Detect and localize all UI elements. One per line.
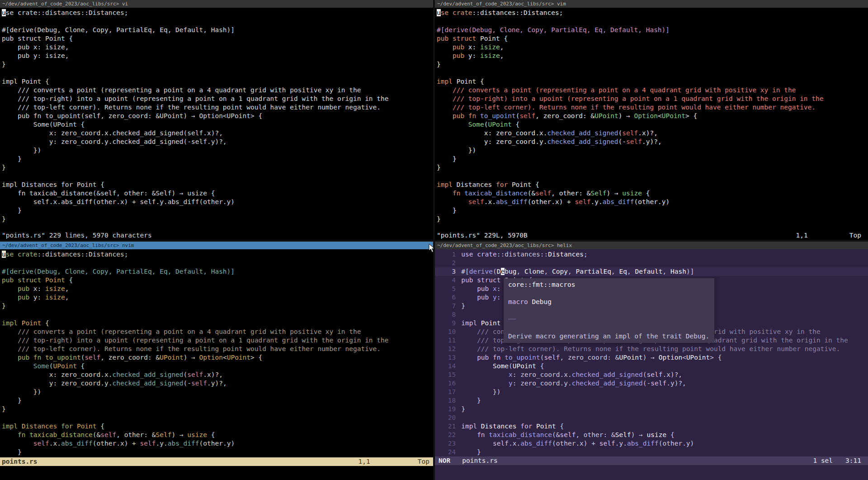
code-line[interactable]: 1use crate::distances::Distances; (435, 250, 868, 259)
code-line[interactable]: fn taxicab_distance(&self, other: &Self)… (437, 189, 868, 198)
code-line[interactable]: /// top-right) into a upoint (representi… (437, 95, 868, 103)
code-line[interactable]: } (2, 215, 433, 223)
code-line[interactable]: /// top-left corner). Returns none if th… (2, 345, 433, 353)
code-line[interactable]: #[derive(Debug, Clone, Copy, PartialEq, … (2, 267, 433, 276)
code-line[interactable]: x: zero_coord.x.checked_add_signed(self.… (437, 129, 868, 138)
code-line[interactable]: impl Distances for Point { (437, 181, 868, 189)
pane-vim-titlebar[interactable]: ~/dev/advent_of_code_2023/aoc_libs/src> … (435, 0, 868, 8)
code-line[interactable]: pub struct Point { (2, 34, 433, 43)
pane-helix-titlebar[interactable]: ~/dev/advent_of_code_2023/aoc_libs/src> … (435, 242, 868, 249)
code-line[interactable]: pub x: isize, (437, 43, 868, 52)
code-line[interactable]: pub y: isize, (437, 52, 868, 60)
code-line[interactable]: 18 } (435, 396, 868, 405)
code-line[interactable]: use crate::distances::Distances; (2, 9, 433, 17)
code-line[interactable]: impl Distances for Point { (2, 422, 433, 431)
code-line[interactable]: 13 pub fn to_upoint(self, zero_coord: &U… (435, 353, 868, 362)
code-line[interactable]: /// converts a point (representing a poi… (2, 86, 433, 95)
code-line[interactable]: 14 Some(UPoint { (435, 362, 868, 371)
pane-nvim[interactable]: ~/dev/advent_of_code_2023/aoc_libs/src> … (0, 242, 433, 480)
code-line[interactable]: pub fn to_upoint(self, zero_coord: &UPoi… (2, 112, 433, 120)
code-line[interactable]: /// converts a point (representing a poi… (437, 86, 868, 95)
code-line[interactable]: pub x: isize, (2, 285, 433, 293)
code-line[interactable]: impl Point { (2, 77, 433, 86)
code-line[interactable] (2, 310, 433, 319)
code-line[interactable] (2, 172, 433, 181)
code-line[interactable]: }) (437, 146, 868, 155)
code-line[interactable] (437, 69, 868, 77)
code-line[interactable] (2, 17, 433, 26)
code-line[interactable]: #[derive(Debug, Clone, Copy, PartialEq, … (2, 26, 433, 34)
code-line[interactable]: pub struct Point { (2, 276, 433, 285)
code-line[interactable]: 17 }) (435, 388, 868, 396)
code-line[interactable]: pub struct Point { (437, 34, 868, 43)
code-line[interactable]: } (2, 163, 433, 172)
vim-editor-area[interactable]: use crate::distances::Distances;#[derive… (435, 8, 868, 223)
code-line[interactable]: self.x.abs_diff(other.x) + self.y.abs_di… (437, 198, 868, 206)
code-line[interactable]: 19} (435, 405, 868, 413)
code-line[interactable]: } (437, 60, 868, 69)
helix-command-line[interactable] (435, 465, 868, 474)
code-line[interactable]: 15 x: zero_coord.x.checked_add_signed(se… (435, 371, 868, 379)
code-line[interactable]: } (437, 215, 868, 223)
code-line[interactable]: impl Distances for Point { (2, 181, 433, 189)
code-line[interactable]: pub y: isize, (2, 293, 433, 302)
code-line[interactable]: y: zero_coord.y.checked_add_signed(-self… (437, 138, 868, 146)
code-line[interactable] (2, 413, 433, 422)
code-line[interactable]: 20 (435, 413, 868, 422)
code-line[interactable] (2, 259, 433, 267)
code-line[interactable]: } (2, 405, 433, 413)
code-line[interactable]: x: zero_coord.x.checked_add_signed(self.… (2, 371, 433, 379)
code-line[interactable]: y: zero_coord.y.checked_add_signed(-self… (2, 379, 433, 388)
code-line[interactable]: pub y: isize, (2, 52, 433, 60)
code-line[interactable]: y: zero_coord.y.checked_add_signed(-self… (2, 138, 433, 146)
code-line[interactable]: use crate::distances::Distances; (437, 9, 868, 17)
code-line[interactable]: fn taxicab_distance(&self, other: &Self)… (2, 189, 433, 198)
code-line[interactable]: 2 (435, 259, 868, 267)
pane-nvim-titlebar[interactable]: ~/dev/advent_of_code_2023/aoc_libs/src> … (0, 242, 433, 249)
code-line[interactable]: } (2, 60, 433, 69)
code-line[interactable]: /// top-right) into a upoint (representi… (2, 95, 433, 103)
code-line[interactable] (2, 69, 433, 77)
code-line[interactable]: } (2, 396, 433, 405)
code-line[interactable]: /// top-left corner). Returns none if th… (2, 103, 433, 112)
code-line[interactable]: } (2, 448, 433, 456)
code-line[interactable]: x: zero_coord.x.checked_add_signed(self.… (2, 129, 433, 138)
code-line[interactable]: 24 } (435, 448, 868, 456)
code-line[interactable]: self.x.abs_diff(other.x) + self.y.abs_di… (2, 439, 433, 448)
code-line[interactable]: Some(UPoint { (2, 120, 433, 129)
code-line[interactable]: fn taxicab_distance(&self, other: &Self)… (2, 431, 433, 439)
pane-vi-titlebar[interactable]: ~/dev/advent_of_code_2023/aoc_libs/src> … (0, 0, 433, 8)
code-line[interactable]: pub fn to_upoint(self, zero_coord: &UPoi… (2, 353, 433, 362)
code-line[interactable] (437, 17, 868, 26)
code-line[interactable]: }) (2, 388, 433, 396)
nvim-command-line[interactable] (0, 466, 433, 475)
code-line[interactable]: /// top-left corner). Returns none if th… (437, 103, 868, 112)
pane-vim[interactable]: ~/dev/advent_of_code_2023/aoc_libs/src> … (435, 0, 868, 240)
code-line[interactable]: }) (2, 146, 433, 155)
code-line[interactable]: use crate::distances::Distances; (2, 250, 433, 259)
code-line[interactable]: } (2, 155, 433, 163)
code-line[interactable]: Some(UPoint { (2, 362, 433, 371)
code-line[interactable]: pub x: isize, (2, 43, 433, 52)
code-line[interactable] (437, 172, 868, 181)
code-line[interactable]: 21impl Distances for Point { (435, 422, 868, 431)
code-line[interactable]: } (437, 163, 868, 172)
code-line[interactable]: 23 self.x.abs_diff(other.x) + self.y.abs… (435, 439, 868, 448)
code-line[interactable]: } (2, 302, 433, 310)
vi-editor-area[interactable]: use crate::distances::Distances;#[derive… (0, 8, 433, 223)
code-line[interactable]: impl Point { (2, 319, 433, 328)
code-line[interactable]: /// top-right) into a upoint (representi… (2, 336, 433, 345)
pane-helix[interactable]: ~/dev/advent_of_code_2023/aoc_libs/src> … (435, 242, 868, 480)
code-line[interactable]: 12 /// top-left corner). Returns none if… (435, 345, 868, 353)
code-line[interactable]: pub fn to_upoint(self, zero_coord: &UPoi… (437, 112, 868, 120)
code-line[interactable]: } (2, 206, 433, 215)
code-line[interactable]: } (437, 206, 868, 215)
code-line[interactable]: 16 y: zero_coord.y.checked_add_signed(-s… (435, 379, 868, 388)
code-line[interactable]: 22 fn taxicab_distance(&self, other: &Se… (435, 431, 868, 439)
pane-vi[interactable]: ~/dev/advent_of_code_2023/aoc_libs/src> … (0, 0, 433, 240)
code-line[interactable]: Some(UPoint { (437, 120, 868, 129)
code-line[interactable]: self.x.abs_diff(other.x) + self.y.abs_di… (2, 198, 433, 206)
code-line[interactable]: #[derive(Debug, Clone, Copy, PartialEq, … (437, 26, 868, 34)
code-line[interactable]: } (437, 155, 868, 163)
code-line[interactable]: impl Point { (437, 77, 868, 86)
